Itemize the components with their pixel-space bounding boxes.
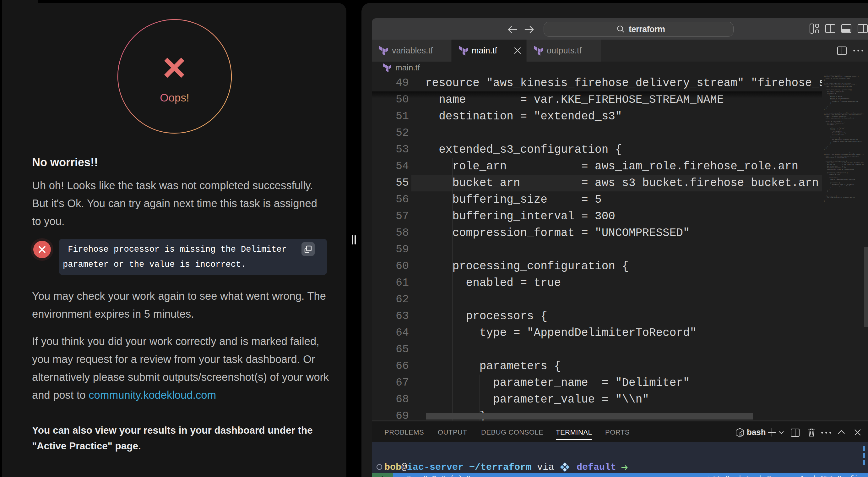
- svg-text:Oops!: Oops!: [160, 91, 189, 104]
- svg-text:$: $: [741, 433, 742, 437]
